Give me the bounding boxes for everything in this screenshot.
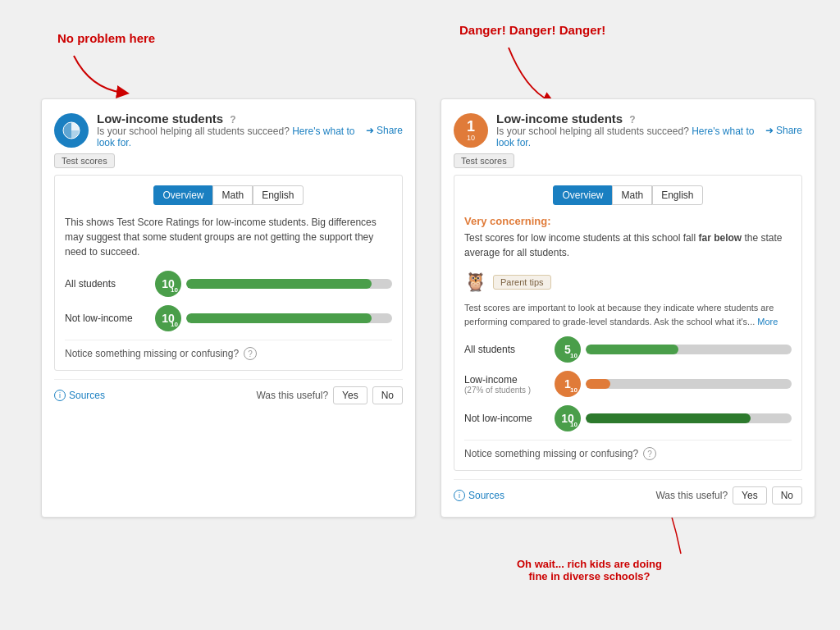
progress-fill-notlow-right (586, 413, 751, 423)
card-left-title: Low-income students ? (97, 112, 358, 126)
question-mark-right: ? (629, 114, 635, 126)
useful-row-right: Was this useful? Yes No (655, 486, 802, 504)
footer-right: i Sources Was this useful? Yes No (454, 479, 802, 504)
score-badge-low-right: 1 10 (555, 371, 581, 397)
student-label-low-right: Low-income (27% of students ) (464, 374, 555, 395)
tab-overview-left[interactable]: Overview (153, 185, 212, 205)
tab-english-left[interactable]: English (253, 185, 303, 205)
info-icon-left: i (54, 390, 66, 401)
card-right-icon: 1 10 (454, 113, 488, 148)
very-concerning: Very concerning: (464, 215, 792, 227)
progress-fill-low-right (586, 379, 610, 389)
progress-fill-all-right (586, 345, 678, 354)
card-right-description: Test scores for low income students at t… (464, 231, 792, 260)
progress-bg-all-left (186, 279, 392, 289)
student-label-notlow-left: Not low-income (65, 313, 155, 324)
annotation-no-problem: No problem here (57, 31, 155, 45)
progress-fill-notlow-left (186, 313, 372, 323)
card-left: Low-income students ? Is your school hel… (41, 98, 416, 518)
tab-overview-right[interactable]: Overview (553, 185, 612, 205)
rating-denom: 10 (467, 134, 475, 142)
card-left-test-scores-badge: Test scores (54, 153, 115, 168)
notice-row-left: Notice something missing or confusing? ? (65, 340, 392, 360)
parent-tips-text: Test scores are important to look at bec… (464, 301, 792, 328)
card-right-title: Low-income students ? (496, 112, 757, 126)
score-badge-all-left: 10 10 (155, 271, 181, 297)
card-left-subtitle: Is your school helping all students succ… (97, 126, 358, 148)
sources-link-right[interactable]: i Sources (454, 490, 504, 501)
footer-left: i Sources Was this useful? Yes No (54, 379, 403, 404)
annotation-rich-kids: Oh wait... rich kids are doing fine in d… (517, 558, 662, 582)
yes-button-right[interactable]: Yes (733, 486, 767, 504)
more-link[interactable]: More (757, 317, 778, 326)
info-icon-right: i (454, 490, 465, 501)
notice-row-right: Notice something missing or confusing? ? (464, 440, 792, 460)
student-row-notlow-left: Not low-income 10 10 (65, 305, 392, 331)
card-right-title-block: Low-income students ? Is your school hel… (496, 112, 757, 148)
student-label-notlow-right: Not low-income (464, 413, 555, 424)
yes-button-left[interactable]: Yes (333, 386, 368, 404)
student-label-all-left: All students (65, 278, 155, 290)
student-row-notlow-right: Not low-income 10 10 (464, 405, 792, 431)
notice-question-icon-left[interactable]: ? (244, 347, 257, 360)
score-badge-notlow-right: 10 10 (555, 405, 581, 431)
progress-bg-low-right (586, 379, 792, 389)
student-row-all-left: All students 10 10 (65, 271, 392, 297)
card-right-share[interactable]: ➜Share (765, 125, 802, 136)
card-left-inner: Overview Math English This shows Test Sc… (54, 175, 403, 371)
sources-link-left[interactable]: i Sources (54, 390, 105, 401)
annotation-danger: Danger! Danger! Danger! (459, 23, 605, 37)
notice-question-icon-right[interactable]: ? (643, 447, 656, 460)
card-left-icon (54, 113, 89, 148)
pie-chart-icon (62, 121, 81, 140)
card-left-tabs: Overview Math English (65, 185, 392, 205)
card-right-tabs: Overview Math English (464, 185, 792, 205)
card-right-header: 1 10 Low-income students ? Is your schoo… (454, 112, 802, 148)
card-left-title-block: Low-income students ? Is your school hel… (97, 112, 358, 148)
owl-icon: 🦉 (464, 272, 486, 293)
card-left-share[interactable]: ➜Share (366, 125, 403, 136)
student-row-all-right: All students 5 10 (464, 336, 792, 363)
no-button-left[interactable]: No (372, 386, 403, 404)
rating-number: 1 (467, 118, 475, 135)
no-button-right[interactable]: No (772, 486, 802, 504)
student-row-low-right: Low-income (27% of students ) 1 10 (464, 371, 792, 397)
card-left-header: Low-income students ? Is your school hel… (54, 112, 403, 148)
card-right-subtitle: Is your school helping all students succ… (496, 126, 757, 148)
parent-tips-row: 🦉 Parent tips (464, 272, 792, 293)
card-right-inner: Overview Math English Very concerning: T… (454, 175, 802, 471)
progress-bg-notlow-left (186, 313, 392, 323)
cards-container: Low-income students ? Is your school hel… (25, 82, 832, 534)
score-badge-all-right: 5 10 (555, 336, 581, 363)
parent-tips-badge: Parent tips (493, 275, 551, 290)
score-badge-notlow-left: 10 10 (155, 305, 181, 331)
card-left-description: This shows Test Score Ratings for low-in… (65, 215, 392, 259)
progress-fill-all-left (186, 279, 372, 289)
student-label-all-right: All students (464, 344, 555, 355)
card-right: 1 10 Low-income students ? Is your schoo… (441, 98, 815, 518)
question-mark-left: ? (230, 114, 235, 126)
card-right-test-scores-badge: Test scores (454, 153, 514, 168)
tab-math-left[interactable]: Math (212, 185, 253, 205)
progress-bg-notlow-right (586, 413, 792, 423)
tab-math-right[interactable]: Math (612, 185, 652, 205)
useful-row-left: Was this useful? Yes No (256, 386, 403, 404)
tab-english-right[interactable]: English (652, 185, 702, 205)
progress-bg-all-right (586, 345, 792, 354)
